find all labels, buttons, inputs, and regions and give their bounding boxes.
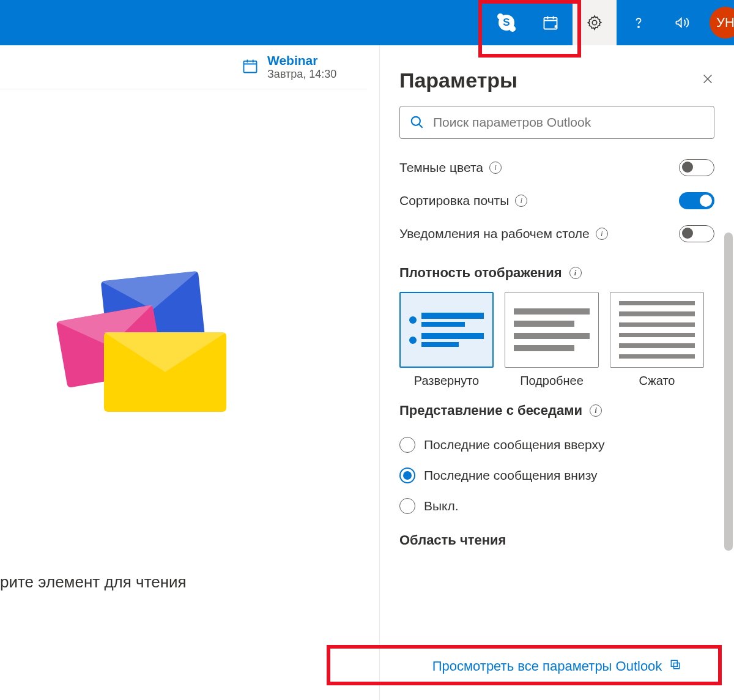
event-time: Завтра, 14:30 [267, 68, 336, 81]
density-option-medium[interactable]: Подробнее [505, 292, 599, 388]
megaphone-icon [674, 14, 691, 31]
density-section-title: Плотность отображения i [399, 265, 714, 281]
density-label: Сжато [610, 374, 704, 388]
conversation-section-title: Представление с беседами i [399, 403, 714, 419]
setting-label: Сортировка почты [399, 193, 509, 208]
avatar-initials: УН [716, 15, 734, 31]
event-text: Webinar Завтра, 14:30 [267, 53, 336, 81]
skype-button[interactable]: S [484, 0, 528, 45]
announcements-button[interactable] [661, 0, 705, 45]
desktop-notif-toggle[interactable] [679, 225, 714, 242]
settings-panel: Параметры Темные цвета i Сортировка почт… [379, 45, 734, 700]
conversation-option-newest-bottom[interactable]: Последние сообщения внизу [399, 460, 714, 491]
question-icon [630, 14, 647, 31]
skype-icon: S [499, 15, 514, 31]
help-button[interactable] [617, 0, 661, 45]
view-all-label: Просмотреть все параметры Outlook [432, 658, 662, 674]
setting-label: Уведомления на рабочем столе [399, 226, 590, 241]
radio-label: Выкл. [424, 499, 459, 513]
svg-rect-5 [672, 660, 678, 666]
gear-icon [586, 14, 603, 31]
density-label: Развернуто [399, 374, 494, 388]
scrollbar-thumb[interactable] [724, 233, 733, 551]
svg-point-1 [592, 20, 596, 24]
setting-desktop-notifications: Уведомления на рабочем столе i [399, 217, 714, 250]
density-option-compact[interactable]: Сжато [610, 292, 704, 388]
top-bar: S УН [0, 0, 734, 45]
radio-label: Последние сообщения внизу [424, 468, 598, 483]
svg-point-4 [412, 117, 420, 125]
empty-state-text: рите элемент для чтения [0, 573, 187, 592]
empty-state-illustration [43, 276, 226, 411]
focused-inbox-toggle[interactable] [679, 192, 714, 209]
info-icon[interactable]: i [569, 267, 582, 279]
radio-label: Последние сообщения вверху [424, 438, 604, 452]
density-label: Подробнее [505, 374, 599, 388]
close-button[interactable] [701, 72, 714, 89]
setting-focused-inbox: Сортировка почты i [399, 184, 714, 217]
view-all-settings-link[interactable]: Просмотреть все параметры Outlook [395, 658, 719, 674]
conversation-option-newest-top[interactable]: Последние сообщения вверху [399, 430, 714, 460]
svg-point-2 [638, 26, 639, 28]
close-icon [701, 72, 714, 86]
setting-label: Темные цвета [399, 160, 483, 175]
conversation-option-off[interactable]: Выкл. [399, 491, 714, 521]
info-icon[interactable]: i [596, 228, 608, 240]
calendar-quick-button[interactable] [528, 0, 573, 45]
settings-search [399, 106, 714, 139]
reading-pane-empty: рите элемент для чтения [0, 89, 367, 671]
panel-title: Параметры [399, 69, 517, 92]
info-icon[interactable]: i [489, 162, 502, 174]
setting-dark-mode: Темные цвета i [399, 151, 714, 184]
info-icon[interactable]: i [590, 404, 602, 417]
dark-mode-toggle[interactable] [679, 159, 714, 176]
calendar-icon [242, 58, 259, 77]
avatar[interactable]: УН [710, 7, 734, 39]
popout-icon [669, 658, 681, 674]
search-input[interactable] [399, 106, 714, 139]
event-title: Webinar [267, 53, 336, 68]
settings-button[interactable] [573, 0, 617, 45]
reading-area-title-partial: Область чтения [399, 532, 714, 548]
upcoming-event[interactable]: Webinar Завтра, 14:30 [0, 45, 367, 89]
svg-rect-3 [244, 61, 257, 72]
info-icon[interactable]: i [515, 195, 527, 207]
calendar-plus-icon [542, 14, 559, 31]
search-icon [409, 114, 425, 133]
density-options: Развернуто Подробнее Сжато [399, 292, 714, 388]
density-option-full[interactable]: Развернуто [399, 292, 494, 388]
